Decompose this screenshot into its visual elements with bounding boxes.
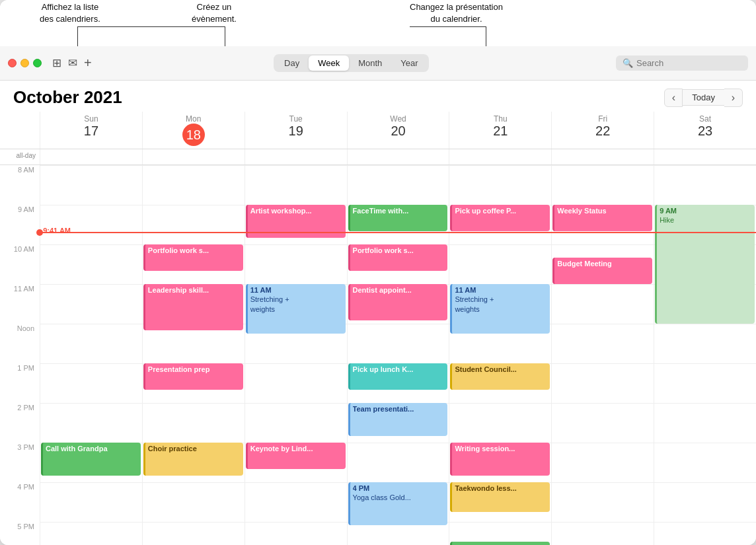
calendar-event[interactable]: Taekwondo less... xyxy=(450,482,550,512)
day-num-fri: 22 xyxy=(552,124,654,139)
calendar-event[interactable]: Writing session... xyxy=(450,443,550,476)
event-title: Writing session... xyxy=(455,444,547,453)
day-cell[interactable] xyxy=(449,403,551,443)
close-button[interactable] xyxy=(8,59,17,67)
tab-week[interactable]: Week xyxy=(309,55,349,71)
event-title: FaceTime with... xyxy=(353,206,445,215)
day-cell[interactable] xyxy=(245,244,347,284)
calendar-grid[interactable]: 8 AM9 AM10 AM11 AMNoon1 PM2 PM3 PM4 PM5 … xyxy=(0,165,756,545)
search-input[interactable] xyxy=(636,58,741,68)
tab-month[interactable]: Month xyxy=(349,55,391,71)
calendar-event[interactable]: Budget Meeting xyxy=(552,258,652,284)
calendar-event[interactable]: FaceTime with... xyxy=(348,205,448,231)
day-cell[interactable] xyxy=(654,363,756,403)
day-header-fri: Fri 22 xyxy=(551,112,654,149)
day-cell[interactable] xyxy=(40,403,142,443)
day-cell[interactable] xyxy=(551,165,654,205)
time-label: 10 AM xyxy=(0,244,40,284)
day-cell[interactable] xyxy=(245,482,347,522)
calendar-event[interactable]: Portfolio work s... xyxy=(348,244,448,271)
hour-row: 5 PM xyxy=(0,522,756,545)
day-cell[interactable] xyxy=(449,165,551,205)
tab-year[interactable]: Year xyxy=(391,55,427,71)
calendar-event[interactable]: 11 AMStretching +weights xyxy=(450,284,550,334)
day-cell[interactable] xyxy=(142,403,245,443)
day-cell[interactable] xyxy=(245,363,347,403)
day-cell[interactable] xyxy=(40,205,142,244)
calendar-event[interactable]: Choir practice xyxy=(143,443,243,476)
calendar-event[interactable]: 5:30 PMDrop offGrandma... xyxy=(450,542,550,545)
allday-cell-sat xyxy=(654,149,756,164)
inbox-icon[interactable]: ✉ xyxy=(68,56,77,70)
search-bar[interactable]: 🔍 xyxy=(616,55,748,71)
day-cell[interactable] xyxy=(551,363,654,403)
calendar-event[interactable]: Pick up coffee P... xyxy=(450,205,550,231)
day-cell[interactable] xyxy=(347,324,449,363)
day-cell[interactable] xyxy=(245,403,347,443)
day-cell[interactable] xyxy=(654,324,756,363)
day-cell[interactable] xyxy=(654,403,756,443)
navigation-arrows: ‹ Today › xyxy=(664,89,743,107)
calendar-event[interactable]: 9 AMHike xyxy=(655,205,755,324)
day-cell[interactable] xyxy=(654,522,756,545)
day-cell[interactable] xyxy=(142,165,245,205)
day-cell[interactable] xyxy=(654,482,756,522)
calendar-event[interactable]: Call with Grandpa xyxy=(41,443,141,476)
calendars-icon[interactable]: ⊞ xyxy=(52,56,61,70)
day-cell[interactable] xyxy=(654,443,756,482)
day-cell[interactable] xyxy=(40,363,142,403)
day-cell[interactable] xyxy=(347,522,449,545)
calendar-event[interactable]: 4 PMYoga class Gold... xyxy=(348,482,448,525)
day-cell[interactable] xyxy=(40,482,142,522)
day-cell[interactable] xyxy=(142,482,245,522)
prev-button[interactable]: ‹ xyxy=(664,89,683,107)
ann1-vline xyxy=(77,26,78,46)
calendar-event[interactable]: Presentation prep xyxy=(143,363,243,390)
calendar-event[interactable]: Leadership skill... xyxy=(143,284,243,330)
day-cell[interactable] xyxy=(40,284,142,324)
day-cell[interactable] xyxy=(142,522,245,545)
calendar-event[interactable]: Student Council... xyxy=(450,363,550,390)
calendar-event[interactable]: 11 AMStretching +weights xyxy=(246,284,346,334)
day-header-sat: Sat 23 xyxy=(654,112,756,149)
day-cell[interactable] xyxy=(347,165,449,205)
day-cell[interactable] xyxy=(551,482,654,522)
calendar-title: October 2021 xyxy=(13,87,664,108)
calendar-event[interactable]: Pick up lunch K... xyxy=(348,363,448,390)
calendar-event[interactable]: Dentist appoint... xyxy=(348,284,448,320)
day-headers: Sun 17 Mon 18 Tue 19 Wed 20 Thu 21 Fri 2… xyxy=(0,112,756,149)
ann3-vline xyxy=(486,26,486,46)
calendar-event[interactable]: Weekly Status xyxy=(552,205,652,231)
day-cell[interactable] xyxy=(449,244,551,284)
next-button[interactable]: › xyxy=(724,89,743,107)
today-button[interactable]: Today xyxy=(683,89,724,106)
minimize-button[interactable] xyxy=(20,59,29,67)
add-event-button[interactable]: + xyxy=(84,55,92,71)
day-cell[interactable] xyxy=(40,244,142,284)
time-gutter-header xyxy=(0,112,40,149)
day-cell[interactable] xyxy=(40,522,142,545)
day-cell[interactable] xyxy=(245,165,347,205)
day-cell[interactable] xyxy=(40,165,142,205)
allday-cell-tue xyxy=(245,149,347,164)
ann2-hline xyxy=(221,26,225,27)
day-label-tue: Tue xyxy=(245,114,347,124)
day-cell[interactable] xyxy=(551,284,654,324)
day-cell[interactable] xyxy=(654,165,756,205)
day-cell[interactable] xyxy=(40,324,142,363)
event-title: Taekwondo less... xyxy=(455,484,547,493)
calendar-event[interactable]: Portfolio work s... xyxy=(143,244,243,271)
calendar-event[interactable]: Team presentati... xyxy=(348,403,448,436)
day-cell[interactable] xyxy=(551,324,654,363)
calendar-event[interactable]: Keynote by Lind... xyxy=(246,443,346,469)
fullscreen-button[interactable] xyxy=(33,59,42,67)
day-cell[interactable] xyxy=(245,522,347,545)
day-cell[interactable] xyxy=(551,403,654,443)
tab-day[interactable]: Day xyxy=(275,55,309,71)
day-cell[interactable] xyxy=(142,205,245,244)
day-cell[interactable] xyxy=(551,443,654,482)
event-title: Call with Grandpa xyxy=(46,444,138,453)
day-cell[interactable] xyxy=(347,443,449,482)
event-title: Pick up coffee P... xyxy=(455,206,547,215)
day-cell[interactable] xyxy=(551,522,654,545)
